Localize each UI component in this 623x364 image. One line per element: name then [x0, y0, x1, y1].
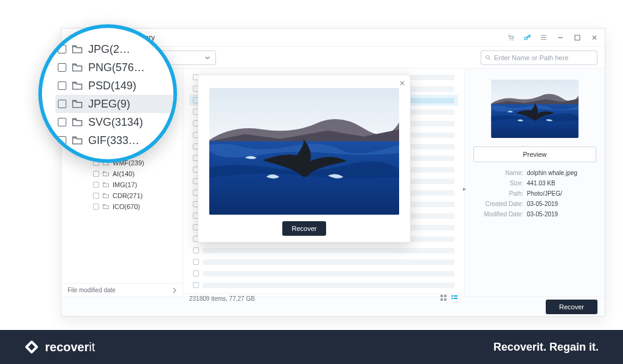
magnifier-item-label: PSD(149) — [88, 80, 136, 92]
checkbox-icon[interactable] — [93, 193, 99, 199]
magnifier-item-label: JPEG(9) — [88, 98, 130, 111]
cart-icon[interactable] — [507, 33, 515, 41]
svg-rect-13 — [451, 298, 453, 299]
checkbox-icon[interactable] — [193, 270, 199, 276]
file-row-placeholder — [203, 271, 454, 276]
checkbox-icon[interactable] — [93, 182, 99, 188]
meta-key-path: Path: — [473, 190, 523, 197]
checkbox-icon[interactable] — [193, 247, 199, 253]
brand-bar: recoverit Recoverit. Regain it. — [0, 330, 623, 364]
svg-rect-14 — [454, 298, 458, 299]
file-list-pane: 231809 items, 77.27 GB ✕ Recover — [183, 69, 465, 297]
meta-val-size: 441.03 KB — [527, 180, 555, 187]
status-text: 231809 items, 77.27 GB — [189, 295, 255, 302]
tree-item-label: IMG(17) — [113, 181, 137, 188]
tree-item[interactable]: AI(140) — [61, 168, 183, 179]
chevron-down-icon — [204, 55, 211, 61]
close-icon[interactable]: ✕ — [399, 79, 405, 88]
collapse-toggle[interactable]: ▸ — [461, 179, 468, 197]
grid-view-icon[interactable] — [440, 294, 447, 303]
tree-item-label: AI(140) — [113, 170, 134, 177]
file-row-placeholder — [203, 248, 454, 253]
magnifier-item-label: SVG(3134) — [88, 116, 143, 129]
magnifier-item-label: GIF(333… — [88, 134, 139, 147]
thumbnail — [491, 80, 579, 138]
file-row[interactable] — [189, 268, 458, 279]
maximize-button[interactable] — [573, 33, 582, 42]
checkbox-icon[interactable] — [58, 45, 66, 53]
preview-modal: ✕ Recover — [198, 75, 411, 242]
svg-point-6 — [486, 55, 489, 58]
svg-rect-10 — [444, 298, 447, 301]
tree-item-label: CDR(271) — [113, 192, 143, 199]
status-strip: 231809 items, 77.27 GB — [183, 294, 464, 303]
detail-view-icon[interactable] — [451, 294, 458, 303]
svg-point-3 — [512, 39, 513, 41]
details-panel: ▸ Preview Name:dolphin whale.jpeg Size:4… — [465, 69, 605, 297]
meta-key-name: Name: — [473, 170, 523, 176]
file-metadata: Name:dolphin whale.jpeg Size:441.03 KB P… — [473, 170, 596, 218]
menu-icon[interactable] — [540, 33, 548, 41]
preview-button[interactable]: Preview — [473, 146, 596, 162]
search-field[interactable] — [481, 50, 597, 65]
file-row[interactable] — [189, 280, 458, 290]
recover-button[interactable]: Recover — [546, 300, 597, 314]
tree-item-label: ICO(670) — [113, 203, 140, 210]
checkbox-icon[interactable] — [58, 136, 66, 145]
checkbox-icon[interactable] — [193, 282, 199, 288]
svg-rect-9 — [440, 298, 443, 301]
meta-key-created: Created Date: — [473, 201, 523, 207]
checkbox-icon[interactable] — [58, 100, 66, 108]
meta-val-path: Photo/JPEG/ — [527, 190, 562, 197]
modal-recover-button[interactable]: Recover — [282, 221, 327, 236]
svg-rect-7 — [440, 295, 443, 297]
meta-val-created: 03-05-2019 — [527, 201, 558, 207]
minimize-button[interactable] — [556, 33, 565, 42]
magnifier-item[interactable]: PSD(149) — [55, 77, 173, 95]
magnifier-item[interactable]: SVG(3134) — [55, 113, 173, 131]
magnifier-item-label: JPG(2… — [88, 43, 130, 56]
meta-key-modified: Modified Date: — [473, 211, 523, 218]
checkbox-icon[interactable] — [193, 259, 199, 265]
brand-name: recoverit — [45, 340, 95, 354]
magnifier-item-label: PNG(576… — [88, 61, 145, 74]
tree-item[interactable]: ICO(670) — [61, 201, 183, 212]
file-row-placeholder — [203, 259, 454, 265]
search-icon — [485, 54, 492, 61]
checkbox-icon[interactable] — [58, 118, 66, 126]
file-row[interactable] — [189, 256, 458, 267]
svg-point-2 — [510, 39, 511, 41]
svg-rect-5 — [575, 35, 580, 40]
checkbox-icon[interactable] — [58, 63, 66, 72]
tree-item[interactable]: CDR(271) — [61, 190, 183, 201]
magnifier-item[interactable]: JPEG(9) — [55, 95, 173, 113]
close-button[interactable] — [590, 33, 599, 42]
brand-tagline: Recoverit. Regain it. — [493, 341, 599, 354]
preview-image — [209, 88, 399, 215]
magnifier-item[interactable]: PNG(576… — [55, 58, 173, 77]
sidebar-footer[interactable]: File modified date — [61, 283, 183, 297]
meta-key-size: Size: — [473, 180, 523, 187]
key-icon[interactable] — [523, 33, 531, 41]
search-input[interactable] — [494, 54, 593, 61]
svg-rect-8 — [444, 295, 447, 297]
file-row[interactable] — [189, 245, 458, 256]
checkbox-icon[interactable] — [93, 171, 99, 177]
sidebar-footer-label: File modified date — [68, 287, 116, 294]
chevron-right-icon — [173, 287, 176, 294]
svg-rect-12 — [454, 295, 458, 297]
checkbox-icon[interactable] — [58, 81, 66, 90]
svg-point-4 — [524, 37, 527, 39]
magnifier-callout: JPG(2…PNG(576…PSD(149)JPEG(9)SVG(3134)GI… — [38, 24, 177, 163]
meta-val-modified: 03-05-2019 — [527, 211, 558, 218]
brand-logo-area: recoverit — [24, 340, 95, 354]
svg-rect-11 — [451, 295, 453, 297]
checkbox-icon[interactable] — [93, 204, 99, 210]
tree-item[interactable]: IMG(17) — [61, 179, 183, 190]
meta-val-name: dolphin whale.jpeg — [527, 170, 577, 176]
brand-logo-icon — [24, 340, 39, 354]
file-row-placeholder — [203, 283, 454, 288]
